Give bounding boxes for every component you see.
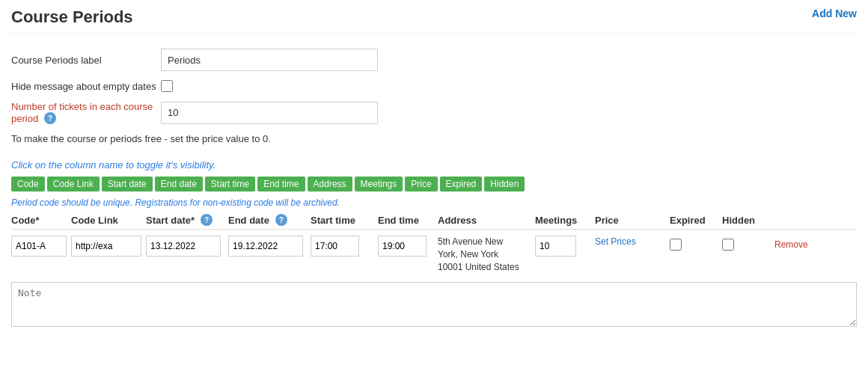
meetings-input[interactable] [535,236,576,257]
table-section: Code* Code Link Start date* ? End date ?… [11,214,857,329]
toggle-start-date[interactable]: Start date [102,177,153,191]
toggle-address[interactable]: Address [308,177,352,191]
course-periods-label-input[interactable] [161,49,378,71]
cell-expired [670,236,722,253]
tickets-label-line1: Number of tickets in each course [11,101,153,112]
header-code: Code* [11,215,71,226]
address-line1: 5th Avenue New [438,236,503,247]
header-start-time: Start time [311,215,378,226]
header-address: Address [438,215,535,226]
toggle-hidden[interactable]: Hidden [484,177,525,191]
course-periods-label-row: Course Periods label [11,49,857,71]
end-time-input[interactable] [378,236,427,257]
start-time-input[interactable] [311,236,359,257]
set-prices-link[interactable]: Set Prices [595,236,636,247]
header-end-date: End date ? [228,214,311,226]
cell-price: Set Prices [595,236,670,247]
cell-hidden [722,236,774,253]
header-expired: Expired [670,215,722,226]
table-row: 5th Avenue New York, New York 10001 Unit… [11,233,857,276]
hide-message-checkbox[interactable] [161,80,173,92]
cell-start-date [146,236,228,257]
toggle-end-date[interactable]: End date [155,177,203,191]
hide-message-label: Hide message about empty dates [11,81,161,92]
page-header: Course Periods Add New [11,7,857,34]
free-notice: To make the course or periods free - set… [11,133,857,144]
page-title: Course Periods [11,7,133,27]
hide-message-row: Hide message about empty dates [11,80,857,92]
toggle-hint: Click on the column name to toggle it's … [11,159,857,171]
toggle-price[interactable]: Price [405,177,437,191]
column-toggle-bar: Code Code Link Start date End date Start… [11,177,857,191]
cell-meetings [535,236,595,257]
toggle-end-time[interactable]: End time [257,177,305,191]
cell-action: Remove [774,236,857,250]
course-periods-label-text: Course Periods label [11,55,161,66]
header-meetings: Meetings [535,215,595,226]
column-visibility-section: Click on the column name to toggle it's … [11,159,857,208]
table-header: Code* Code Link Start date* ? End date ?… [11,214,857,230]
cell-end-date [228,236,311,257]
header-price: Price [595,215,670,226]
address-line3: 10001 United States [438,262,519,272]
header-hidden: Hidden [722,215,774,226]
tickets-row: Number of tickets in each course period … [11,101,857,124]
header-end-time: End time [378,215,438,226]
toggle-code[interactable]: Code [11,177,45,191]
tickets-info-icon[interactable]: ? [44,112,56,124]
cell-start-time [311,236,378,257]
start-date-input[interactable] [146,236,221,257]
address-text: 5th Avenue New York, New York 10001 Unit… [438,236,535,273]
note-textarea[interactable] [11,282,857,327]
cell-code [11,236,71,257]
start-date-info-icon[interactable]: ? [201,214,213,226]
tickets-label: Number of tickets in each course period … [11,101,161,124]
header-code-link: Code Link [71,215,146,226]
code-link-input[interactable] [71,236,141,257]
address-line2: York, New York [438,249,498,260]
toggle-expired[interactable]: Expired [440,177,483,191]
code-input[interactable] [11,236,67,257]
expired-checkbox[interactable] [670,239,682,251]
remove-link[interactable]: Remove [774,239,808,250]
archive-notice: Period code should be unique. Registrati… [11,197,857,208]
end-date-info-icon[interactable]: ? [275,214,287,226]
header-start-date: Start date* ? [146,214,228,226]
cell-code-link [71,236,146,257]
end-date-input[interactable] [228,236,303,257]
cell-address: 5th Avenue New York, New York 10001 Unit… [438,236,535,273]
toggle-meetings[interactable]: Meetings [355,177,403,191]
hidden-checkbox[interactable] [722,239,734,251]
tickets-label-line2: period [11,113,38,124]
cell-end-time [378,236,438,257]
add-new-link[interactable]: Add New [812,7,857,19]
form-section: Course Periods label Hide message about … [11,49,857,144]
tickets-input[interactable] [161,102,378,124]
toggle-start-time[interactable]: Start time [205,177,255,191]
toggle-code-link[interactable]: Code Link [47,177,100,191]
